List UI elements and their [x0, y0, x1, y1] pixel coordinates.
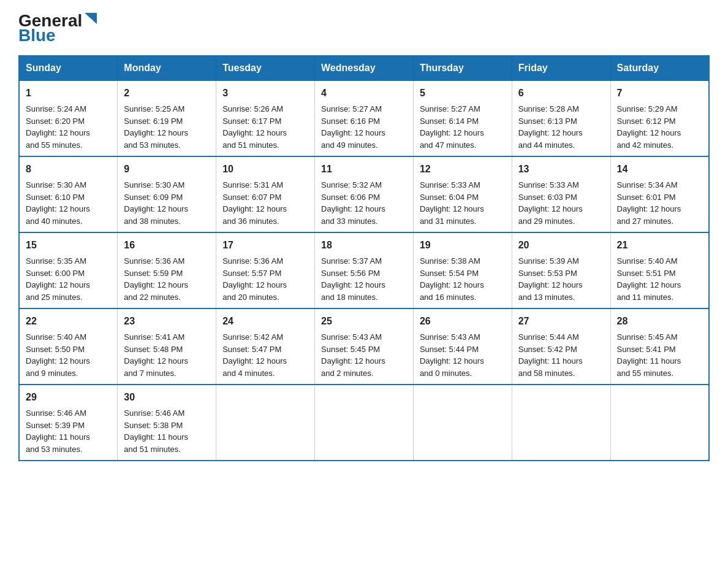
sunset-info: Sunset: 5:44 PM — [420, 345, 479, 354]
daylight-info-cont: and 9 minutes. — [26, 369, 78, 378]
sunset-info: Sunset: 6:04 PM — [420, 193, 479, 202]
sunrise-info: Sunrise: 5:41 AM — [124, 332, 184, 342]
calendar-cell: 21 Sunrise: 5:40 AM Sunset: 5:51 PM Dayl… — [610, 232, 709, 308]
day-number: 5 — [420, 86, 506, 101]
calendar-cell: 15 Sunrise: 5:35 AM Sunset: 6:00 PM Dayl… — [19, 232, 118, 308]
daylight-info: Daylight: 12 hours — [518, 128, 583, 137]
day-number: 8 — [26, 162, 111, 177]
calendar-cell — [315, 385, 414, 461]
daylight-info: Daylight: 12 hours — [420, 280, 484, 289]
sunset-info: Sunset: 5:57 PM — [222, 269, 281, 278]
sunrise-info: Sunrise: 5:40 AM — [26, 332, 86, 342]
day-number: 24 — [222, 314, 308, 329]
calendar-cell: 10 Sunrise: 5:31 AM Sunset: 6:07 PM Dayl… — [216, 156, 315, 232]
calendar-week-row: 1 Sunrise: 5:24 AM Sunset: 6:20 PM Dayli… — [19, 80, 709, 156]
sunrise-info: Sunrise: 5:42 AM — [222, 332, 283, 342]
daylight-info-cont: and 40 minutes. — [26, 216, 83, 226]
daylight-info: Daylight: 12 hours — [124, 204, 188, 213]
daylight-info-cont: and 4 minutes. — [222, 369, 275, 378]
page-header: General Blue — [18, 12, 710, 44]
calendar-cell: 5 Sunrise: 5:27 AM Sunset: 6:14 PM Dayli… — [413, 80, 512, 156]
sunrise-info: Sunrise: 5:40 AM — [617, 256, 678, 266]
sunrise-info: Sunrise: 5:25 AM — [124, 104, 184, 113]
header-cell-monday: Monday — [118, 56, 216, 80]
sunset-info: Sunset: 5:47 PM — [222, 345, 281, 354]
header-cell-sunday: Sunday — [19, 56, 118, 80]
daylight-info-cont: and 33 minutes. — [321, 216, 378, 226]
day-number: 28 — [617, 314, 702, 329]
calendar-cell: 7 Sunrise: 5:29 AM Sunset: 6:12 PM Dayli… — [610, 80, 709, 156]
header-cell-tuesday: Tuesday — [216, 56, 315, 80]
day-number: 17 — [222, 238, 308, 253]
daylight-info: Daylight: 12 hours — [518, 280, 583, 289]
sunset-info: Sunset: 6:00 PM — [26, 269, 85, 278]
sunset-info: Sunset: 6:03 PM — [518, 193, 577, 202]
day-number: 25 — [321, 314, 407, 329]
daylight-info: Daylight: 12 hours — [617, 280, 681, 289]
daylight-info: Daylight: 12 hours — [222, 280, 287, 289]
sunset-info: Sunset: 6:06 PM — [321, 193, 380, 202]
calendar-cell: 28 Sunrise: 5:45 AM Sunset: 5:41 PM Dayl… — [610, 308, 709, 385]
sunrise-info: Sunrise: 5:26 AM — [222, 104, 283, 113]
daylight-info-cont: and 7 minutes. — [124, 369, 176, 378]
calendar-week-row: 22 Sunrise: 5:40 AM Sunset: 5:50 PM Dayl… — [19, 308, 709, 385]
calendar-cell: 6 Sunrise: 5:28 AM Sunset: 6:13 PM Dayli… — [512, 80, 610, 156]
day-number: 2 — [124, 86, 210, 101]
header-cell-thursday: Thursday — [413, 56, 512, 80]
daylight-info: Daylight: 12 hours — [26, 204, 90, 213]
sunrise-info: Sunrise: 5:33 AM — [518, 180, 579, 190]
daylight-info: Daylight: 12 hours — [321, 204, 385, 213]
sunrise-info: Sunrise: 5:43 AM — [321, 332, 382, 342]
daylight-info: Daylight: 12 hours — [222, 128, 287, 137]
calendar-cell: 4 Sunrise: 5:27 AM Sunset: 6:16 PM Dayli… — [315, 80, 414, 156]
day-number: 16 — [124, 238, 210, 253]
daylight-info: Daylight: 12 hours — [321, 128, 385, 137]
sunset-info: Sunset: 6:09 PM — [124, 193, 183, 202]
calendar-table: SundayMondayTuesdayWednesdayThursdayFrid… — [18, 55, 710, 461]
day-number: 27 — [518, 314, 604, 329]
calendar-cell: 11 Sunrise: 5:32 AM Sunset: 6:06 PM Dayl… — [315, 156, 414, 232]
sunrise-info: Sunrise: 5:39 AM — [518, 256, 579, 266]
sunrise-info: Sunrise: 5:35 AM — [26, 256, 86, 266]
daylight-info: Daylight: 12 hours — [420, 128, 484, 137]
day-number: 29 — [26, 390, 111, 405]
calendar-cell: 2 Sunrise: 5:25 AM Sunset: 6:19 PM Dayli… — [118, 80, 216, 156]
sunrise-info: Sunrise: 5:27 AM — [420, 104, 480, 113]
day-number: 13 — [518, 162, 604, 177]
daylight-info: Daylight: 12 hours — [420, 204, 484, 213]
daylight-info: Daylight: 12 hours — [518, 204, 583, 213]
sunrise-info: Sunrise: 5:24 AM — [26, 104, 86, 113]
daylight-info-cont: and 55 minutes. — [617, 369, 674, 378]
daylight-info: Daylight: 12 hours — [26, 128, 90, 137]
sunrise-info: Sunrise: 5:31 AM — [222, 180, 283, 190]
calendar-cell: 27 Sunrise: 5:44 AM Sunset: 5:42 PM Dayl… — [512, 308, 610, 385]
daylight-info-cont: and 2 minutes. — [321, 369, 373, 378]
calendar-cell — [216, 385, 315, 461]
daylight-info: Daylight: 12 hours — [617, 204, 681, 213]
sunset-info: Sunset: 6:01 PM — [617, 193, 676, 202]
daylight-info-cont: and 51 minutes. — [222, 140, 279, 150]
daylight-info-cont: and 22 minutes. — [124, 293, 181, 302]
calendar-cell: 24 Sunrise: 5:42 AM Sunset: 5:47 PM Dayl… — [216, 308, 315, 385]
calendar-cell: 29 Sunrise: 5:46 AM Sunset: 5:39 PM Dayl… — [19, 385, 118, 461]
daylight-info-cont: and 16 minutes. — [420, 293, 477, 302]
sunrise-info: Sunrise: 5:28 AM — [518, 104, 579, 113]
daylight-info: Daylight: 11 hours — [26, 432, 90, 442]
sunrise-info: Sunrise: 5:32 AM — [321, 180, 382, 190]
day-number: 23 — [124, 314, 210, 329]
sunset-info: Sunset: 5:45 PM — [321, 345, 380, 354]
calendar-cell: 20 Sunrise: 5:39 AM Sunset: 5:53 PM Dayl… — [512, 232, 610, 308]
daylight-info-cont: and 49 minutes. — [321, 140, 378, 150]
calendar-cell: 17 Sunrise: 5:36 AM Sunset: 5:57 PM Dayl… — [216, 232, 315, 308]
calendar-cell: 23 Sunrise: 5:41 AM Sunset: 5:48 PM Dayl… — [118, 308, 216, 385]
header-cell-wednesday: Wednesday — [315, 56, 414, 80]
calendar-week-row: 8 Sunrise: 5:30 AM Sunset: 6:10 PM Dayli… — [19, 156, 709, 232]
daylight-info: Daylight: 12 hours — [321, 280, 385, 289]
logo-blue: Blue — [18, 27, 56, 44]
sunrise-info: Sunrise: 5:37 AM — [321, 256, 382, 266]
daylight-info-cont: and 18 minutes. — [321, 293, 378, 302]
logo-arrow-icon — [83, 13, 97, 26]
day-number: 26 — [420, 314, 506, 329]
day-number: 10 — [222, 162, 308, 177]
daylight-info: Daylight: 12 hours — [124, 128, 188, 137]
